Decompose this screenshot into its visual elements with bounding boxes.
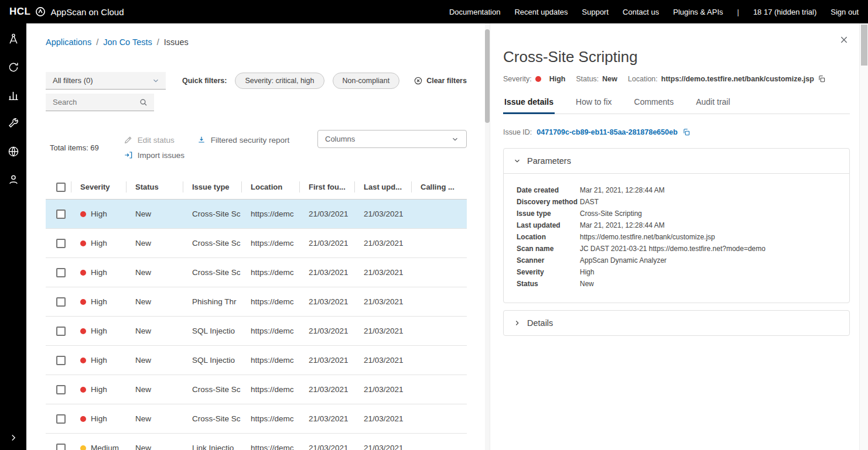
nav-documentation[interactable]: Documentation — [449, 8, 500, 16]
row-checkbox-cell — [46, 258, 71, 287]
severity-cell: High — [71, 375, 126, 404]
search-icon[interactable] — [139, 98, 148, 107]
import-issues-button[interactable]: Import issues — [124, 150, 184, 160]
row-checkbox[interactable] — [56, 297, 66, 307]
severity-dot — [80, 299, 86, 305]
severity-cell: High — [71, 200, 126, 228]
header-issue-type[interactable]: Issue type — [183, 175, 241, 199]
header-status[interactable]: Status — [126, 175, 183, 199]
row-checkbox-cell — [46, 200, 71, 228]
account-label[interactable]: 18 17 (hidden trial) — [753, 8, 816, 16]
breadcrumb-applications[interactable]: Applications — [46, 37, 91, 47]
severity-cell: High — [71, 317, 126, 345]
issue-id-label: Issue ID: — [503, 128, 532, 136]
calling-cell — [411, 404, 467, 433]
severity-dot — [80, 211, 86, 217]
bar-chart-icon — [7, 89, 20, 102]
nav-support[interactable]: Support — [582, 8, 609, 16]
search-input[interactable] — [53, 98, 134, 107]
nav-contact-us[interactable]: Contact us — [623, 8, 659, 16]
columns-dropdown[interactable]: Columns — [317, 130, 467, 148]
table-row[interactable]: High New Cross-Site Sc https://demc 21/0… — [46, 258, 467, 287]
sidebar-item-applications[interactable] — [7, 33, 20, 46]
severity-dot — [80, 445, 86, 450]
quick-filter-severity-chip[interactable]: Severity: critical, high — [235, 73, 324, 89]
sidebar-item-tools[interactable] — [7, 117, 20, 130]
severity-label: High — [91, 414, 107, 423]
copy-issue-id-button[interactable] — [682, 128, 691, 136]
header-first-found[interactable]: First fou... — [299, 175, 354, 199]
row-checkbox[interactable] — [56, 356, 66, 365]
severity-label: High — [91, 209, 107, 218]
location-cell: https://demc — [241, 434, 299, 450]
severity-dot — [80, 241, 86, 246]
header-last-updated[interactable]: Last upd... — [354, 175, 411, 199]
row-checkbox[interactable] — [56, 444, 66, 450]
issue-type-cell: Cross-Site Sc — [183, 200, 241, 228]
row-checkbox[interactable] — [56, 239, 66, 248]
parameter-value: New — [580, 278, 594, 290]
details-header[interactable]: Details — [504, 311, 849, 335]
table-row[interactable]: Medium New Link Injectio https://demc 21… — [46, 434, 467, 450]
copy-icon — [682, 128, 691, 136]
row-checkbox[interactable] — [56, 327, 66, 336]
parameters-header[interactable]: Parameters — [504, 149, 849, 174]
row-checkbox[interactable] — [56, 268, 66, 277]
edit-status-button[interactable]: Edit status — [124, 135, 175, 145]
row-checkbox-cell — [46, 346, 71, 375]
table-row[interactable]: High New SQL Injectio https://demc 21/03… — [46, 346, 467, 375]
tab-issue-details[interactable]: Issue details — [503, 97, 555, 114]
copy-location-button[interactable] — [818, 75, 826, 83]
quick-filter-noncompliant-chip[interactable]: Non-compliant — [333, 73, 400, 89]
app-body: Applications / Jon Co Tests / Issues All… — [0, 23, 868, 450]
severity-dot — [80, 328, 86, 334]
header-location[interactable]: Location — [241, 175, 299, 199]
filtered-security-report-button[interactable]: Filtered security report — [197, 135, 289, 145]
table-row[interactable]: High New Cross-Site Sc https://demc 21/0… — [46, 404, 467, 434]
nav-recent-updates[interactable]: Recent updates — [514, 8, 568, 16]
last-updated-cell: 21/03/2021 — [354, 375, 411, 404]
breadcrumb-jon-co-tests[interactable]: Jon Co Tests — [103, 37, 152, 47]
sign-out-button[interactable]: Sign out — [831, 8, 859, 16]
pencil-icon — [124, 135, 133, 145]
header-calling[interactable]: Calling ... — [411, 175, 467, 199]
table-row[interactable]: High New Cross-Site Sc https://demc 21/0… — [46, 375, 467, 404]
first-found-cell: 21/03/2021 — [299, 258, 354, 287]
list-scrollbar-thumb[interactable] — [485, 29, 490, 123]
sidebar-item-profile[interactable] — [7, 173, 20, 186]
table-row[interactable]: High New Cross-Site Sc https://demc 21/0… — [46, 229, 467, 258]
tab-comments[interactable]: Comments — [633, 97, 675, 114]
clear-filters-button[interactable]: Clear filters — [414, 76, 467, 85]
status-cell: New — [126, 317, 183, 345]
table-row[interactable]: High New Cross-Site Sc https://demc 21/0… — [46, 200, 467, 229]
tab-how-to-fix[interactable]: How to fix — [575, 97, 613, 114]
calling-cell — [411, 434, 467, 450]
brand[interactable]: HCL AppScan on Cloud — [9, 6, 124, 18]
row-checkbox[interactable] — [56, 385, 66, 394]
all-filters-dropdown[interactable]: All filters (0) — [46, 72, 166, 90]
page-scrollbar-thumb[interactable] — [861, 25, 867, 66]
severity-dot — [80, 387, 86, 393]
select-all-checkbox[interactable] — [56, 183, 66, 192]
sidebar-item-scans[interactable] — [7, 61, 20, 74]
appscan-logo-icon — [35, 6, 46, 18]
table-row[interactable]: High New SQL Injectio https://demc 21/03… — [46, 317, 467, 346]
breadcrumb-separator: / — [96, 37, 98, 47]
issue-meta-row: Severity: High Status: New Location: htt… — [503, 75, 850, 83]
details-title: Details — [527, 318, 553, 328]
severity-cell: High — [71, 229, 126, 257]
row-checkbox[interactable] — [56, 209, 66, 219]
table-row[interactable]: High New Phishing Thr https://demc 21/03… — [46, 287, 467, 317]
sidebar-item-network[interactable] — [7, 145, 20, 158]
status-value: New — [602, 75, 617, 83]
issue-id-value[interactable]: 0471709c-cb89-eb11-85aa-281878e650eb — [536, 128, 677, 136]
row-checkbox[interactable] — [56, 414, 66, 424]
table-header-row: Severity Status Issue type Location Firs… — [46, 175, 467, 200]
sidebar-expand-button[interactable] — [8, 432, 19, 443]
close-panel-button[interactable] — [839, 35, 849, 44]
header-severity[interactable]: Severity — [71, 175, 126, 199]
nav-plugins-apis[interactable]: Plugins & APIs — [673, 8, 723, 16]
tab-audit-trail[interactable]: Audit trail — [695, 97, 731, 114]
parameter-row: Issue type Cross-Site Scripting — [517, 208, 840, 219]
sidebar-item-reports[interactable] — [7, 89, 20, 102]
